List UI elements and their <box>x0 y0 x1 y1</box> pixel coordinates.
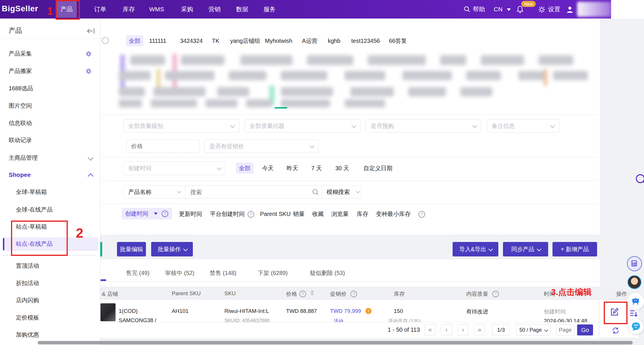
nav-item-orders[interactable]: 订单 <box>94 0 106 19</box>
refresh-icon[interactable] <box>612 326 620 335</box>
sidebar-item-site-draft[interactable]: 站点-草稿箱 <box>16 223 47 231</box>
sidebar-item-product-migrate[interactable]: 产品搬家 <box>9 67 32 75</box>
sort-item-stock[interactable]: 库存 <box>357 208 368 219</box>
search-icon[interactable] <box>312 188 319 196</box>
sidebar-item-1688[interactable]: 1688选品 <box>9 85 33 92</box>
sort-active-chip[interactable]: 创建时间 <box>122 208 172 219</box>
price-input-field[interactable] <box>127 140 197 153</box>
shop-group-circle-icon[interactable] <box>102 37 109 44</box>
nav-item-service[interactable]: 服务 <box>264 0 276 19</box>
chat-smiley-widget[interactable] <box>628 319 643 334</box>
add-product-button[interactable]: + 新增产品 <box>552 242 597 256</box>
user-icon[interactable] <box>566 5 574 14</box>
date-chip-30days[interactable]: 30 天 <box>335 163 349 174</box>
help-search-icon[interactable] <box>464 6 471 13</box>
question-icon[interactable] <box>492 291 499 297</box>
first-page-button[interactable]: « <box>425 324 436 335</box>
sidebar-item-master-product[interactable]: 主商品管理 <box>9 154 38 162</box>
date-chip-today[interactable]: 今天 <box>262 163 274 174</box>
horizontal-scrollbar[interactable] <box>38 341 633 344</box>
date-chip-custom[interactable]: 自定义日期 <box>363 163 392 174</box>
date-chip-all[interactable]: 全部 <box>236 163 253 174</box>
product-thumbnail[interactable] <box>100 303 116 321</box>
edit-icon[interactable] <box>610 307 619 317</box>
question-icon[interactable] <box>350 291 357 297</box>
shop-tab-all[interactable]: 全部 <box>126 35 143 46</box>
next-page-button[interactable]: › <box>458 324 469 335</box>
list-download-icon[interactable] <box>629 309 638 318</box>
shop-tab-8[interactable]: test123456 <box>351 35 380 46</box>
help-link[interactable]: 帮助 <box>473 0 485 19</box>
calculator-widget[interactable] <box>627 256 642 271</box>
bigseller-logo[interactable]: BigSeller <box>2 4 38 13</box>
nav-item-product[interactable]: 产品 <box>61 0 73 19</box>
page-jump-input[interactable] <box>556 324 575 335</box>
date-chip-7days[interactable]: 7 天 <box>311 163 322 174</box>
quality-level-select[interactable]: 全部质量级别 <box>123 119 239 133</box>
shop-tab-3[interactable]: TK <box>212 35 219 46</box>
support-avatar[interactable] <box>627 275 641 289</box>
sidebar-item-pricing-template[interactable]: 定价模板 <box>16 314 39 322</box>
shop-tab-9[interactable]: 66答复 <box>389 35 407 46</box>
nav-item-purchase[interactable]: 采购 <box>181 0 193 19</box>
date-chip-yesterday[interactable]: 昨天 <box>287 163 298 174</box>
question-icon[interactable] <box>299 291 306 297</box>
status-tab-reviewing[interactable]: 审核中 (52) <box>165 269 194 277</box>
sidebar-item-discount[interactable]: 折扣活动 <box>16 279 39 287</box>
search-input[interactable] <box>186 186 307 199</box>
row-promo-link[interactable]: TWD 79,999 <box>330 308 361 314</box>
settings-gear-icon[interactable] <box>538 6 546 13</box>
nav-item-data[interactable]: 数据 <box>236 0 248 19</box>
sidebar-item-addon-deal[interactable]: 加购优惠 <box>16 331 39 339</box>
has-promo-select[interactable]: 是否有促销价 <box>204 140 319 153</box>
quality-issue-select[interactable]: 全部质量问题 <box>245 119 361 133</box>
status-tab-suspected-deleted[interactable]: 疑似删除 (53) <box>310 269 345 277</box>
sidebar-item-product-scraper[interactable]: 产品采集 <box>9 50 32 58</box>
shop-tab-7[interactable]: kghb <box>328 35 340 46</box>
sidebar-item-site-online[interactable]: 站点-在线产品 <box>16 240 53 248</box>
question-icon[interactable] <box>418 211 425 218</box>
status-tab-delisted[interactable]: 下架 (6289) <box>258 269 288 277</box>
batch-ops-button[interactable]: 批量操作 <box>151 242 193 256</box>
price-sort-icon[interactable] <box>310 290 314 296</box>
nav-item-inventory[interactable]: 库存 <box>123 0 135 19</box>
status-tab-banned[interactable]: 禁售 (148) <box>210 269 236 277</box>
preorder-select[interactable]: 是否预购 <box>366 119 481 133</box>
search-field-select[interactable]: 产品名称 <box>124 186 186 199</box>
sidebar-item-info-link[interactable]: 信息联动 <box>9 119 32 127</box>
question-icon[interactable] <box>162 210 168 217</box>
per-page-select[interactable]: 50 / Page <box>516 324 550 335</box>
question-icon[interactable] <box>248 211 254 218</box>
sidebar-item-image-space[interactable]: 图片空间 <box>9 102 32 110</box>
language-selector[interactable]: CN <box>494 0 502 19</box>
promo-warning-icon[interactable]: ! <box>365 308 372 314</box>
nav-item-wms[interactable]: WMS <box>149 0 164 19</box>
sidebar-item-link-record[interactable]: 联动记录 <box>9 136 32 144</box>
price-input[interactable] <box>126 140 200 153</box>
scraper-gear-icon[interactable] <box>85 50 92 57</box>
settings-link[interactable]: 设置 <box>548 0 560 19</box>
batch-edit-button[interactable]: 批量编辑 <box>117 242 146 256</box>
sort-item-min-variant-stock[interactable]: 变种最小库存 <box>376 208 411 219</box>
last-page-button[interactable]: » <box>474 324 485 335</box>
search-mode-select[interactable]: 模糊搜索 <box>322 186 362 199</box>
sort-item-views[interactable]: 浏览量 <box>331 208 349 219</box>
prev-page-button[interactable]: ‹ <box>441 324 452 335</box>
import-export-button[interactable]: 导入&导出 <box>453 242 498 256</box>
sidebar-item-shopee[interactable]: Shopee <box>9 171 31 178</box>
sidebar-item-global-draft[interactable]: 全球-草稿箱 <box>16 188 47 196</box>
sort-item-update-time[interactable]: 更新时间 <box>179 208 202 219</box>
collapse-sidebar-icon[interactable] <box>86 27 96 35</box>
sort-item-sales[interactable]: 销量 <box>293 208 305 219</box>
shop-tab-6[interactable]: A运营 <box>302 35 317 46</box>
migrate-gear-icon[interactable] <box>85 68 92 75</box>
status-tab-soldout[interactable]: 售完 (49) <box>126 269 149 277</box>
go-button[interactable]: Go <box>577 324 593 335</box>
shop-tab-1[interactable]: 111111 <box>149 35 166 46</box>
nav-item-marketing[interactable]: 营销 <box>208 0 221 19</box>
remark-select[interactable]: 备注信息 <box>487 119 559 133</box>
floating-search-icon[interactable] <box>635 173 644 186</box>
sidebar-item-flash-sale[interactable]: 店内闪购 <box>16 296 39 304</box>
shop-tab-4[interactable]: yang店铺组 <box>230 35 260 46</box>
sidebar-item-global-online[interactable]: 全球-在线产品 <box>16 206 53 214</box>
